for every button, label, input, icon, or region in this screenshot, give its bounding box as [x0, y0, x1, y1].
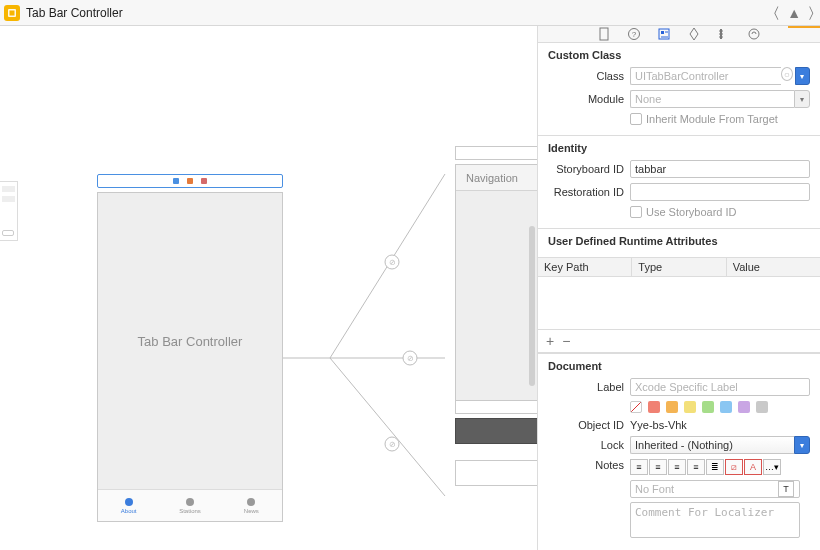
orange-accent-bar [788, 26, 820, 28]
swatch-purple[interactable] [738, 401, 750, 413]
tab-item-news[interactable]: News [221, 490, 282, 521]
custom-class-section: Custom Class Class ○ ▾ Module ▾ Inherit … [538, 43, 820, 136]
section-heading: Identity [548, 142, 810, 154]
object-id-value: Yye-bs-Vhk [630, 419, 687, 431]
module-dropdown-icon[interactable]: ▾ [794, 90, 810, 108]
lock-dropdown-icon[interactable]: ▾ [794, 436, 810, 454]
swatch-gray[interactable] [756, 401, 768, 413]
scene-title: Tab Bar Controller [98, 193, 282, 489]
doc-label-label: Label [548, 381, 624, 393]
udr-body[interactable] [538, 277, 820, 329]
module-label: Module [548, 93, 624, 105]
restoration-id-label: Restoration ID [548, 186, 624, 198]
use-storyboard-id-checkbox[interactable] [630, 206, 642, 218]
scene-dock[interactable] [455, 146, 538, 160]
tab-item-stations[interactable]: Stations [159, 490, 220, 521]
align-right-button[interactable]: ≡ [668, 459, 686, 475]
class-dropdown-icon[interactable]: ▾ [795, 67, 810, 85]
label-color-swatches [548, 401, 810, 413]
swatch-red[interactable] [648, 401, 660, 413]
svg-rect-1 [10, 10, 15, 15]
notes-format-bar: ≡ ≡ ≡ ≡ ≣ ⧄ A …▾ [630, 459, 810, 475]
svg-point-19 [749, 29, 759, 39]
first-responder-icon[interactable] [173, 178, 179, 184]
class-label: Class [548, 70, 624, 82]
class-field[interactable] [630, 67, 781, 85]
inspector-panel: ? Custom Class Class ○ ▾ Module ▾ [538, 26, 820, 550]
section-heading: User Defined Runtime Attributes [538, 229, 820, 251]
localizer-comment-field[interactable] [630, 502, 800, 538]
swatch-green[interactable] [702, 401, 714, 413]
svg-text:⊘: ⊘ [389, 440, 396, 449]
section-heading: Custom Class [548, 49, 810, 61]
svg-text:⊘: ⊘ [407, 354, 414, 363]
connections-inspector-tab[interactable] [746, 26, 762, 42]
scene-dock[interactable] [97, 174, 283, 188]
swatch-yellow[interactable] [684, 401, 696, 413]
nav-back-icon[interactable]: 〈 [772, 4, 781, 21]
navigation-bar: Navigation [456, 165, 538, 191]
document-section: Document Label Object ID Yye-bs-Vhk Lo [538, 354, 820, 550]
udr-col-value[interactable]: Value [727, 258, 820, 276]
canvas-scrollbar[interactable] [529, 226, 535, 386]
inspector-tab-bar: ? [538, 26, 820, 43]
inherit-module-checkbox[interactable] [630, 113, 642, 125]
help-inspector-tab[interactable]: ? [626, 26, 642, 42]
svg-rect-8 [600, 28, 608, 40]
notes-font-field[interactable] [630, 480, 800, 498]
scene-partial-bottom[interactable] [455, 400, 538, 550]
more-button[interactable]: …▾ [763, 459, 781, 475]
font-picker-icon[interactable]: T [778, 481, 794, 497]
use-storyboard-id-label: Use Storyboard ID [646, 206, 736, 218]
swatch-blue[interactable] [720, 401, 732, 413]
storyboard-id-field[interactable] [630, 160, 810, 178]
identity-section: Identity Storyboard ID Restoration ID Us… [538, 136, 820, 229]
inherit-module-label: Inherit Module From Target [646, 113, 778, 125]
offscreen-scene-left [0, 181, 18, 241]
list-button[interactable]: ≣ [706, 459, 724, 475]
tab-item-about[interactable]: About [98, 490, 159, 521]
udr-section: User Defined Runtime Attributes Key Path… [538, 229, 820, 354]
align-justify-button[interactable]: ≡ [687, 459, 705, 475]
module-field[interactable] [630, 90, 794, 108]
identity-inspector-tab[interactable] [656, 26, 672, 42]
swatch-none[interactable] [630, 401, 642, 413]
align-left-button[interactable]: ≡ [630, 459, 648, 475]
udr-col-type[interactable]: Type [632, 258, 726, 276]
jump-bar: Tab Bar Controller 〈 ▲ 〉 [0, 0, 820, 26]
nav-forward-icon[interactable]: 〉 [807, 4, 816, 21]
class-jump-icon[interactable]: ○ [781, 67, 793, 81]
udr-col-keypath[interactable]: Key Path [538, 258, 632, 276]
navigation-controller-scene[interactable]: Navigation [455, 146, 538, 406]
udr-remove-button[interactable]: − [562, 333, 570, 349]
svg-text:?: ? [632, 30, 637, 39]
jump-bar-title[interactable]: Tab Bar Controller [26, 6, 772, 20]
svg-rect-12 [661, 31, 664, 34]
svg-point-6 [385, 437, 399, 451]
svg-point-2 [385, 255, 399, 269]
udr-add-button[interactable]: + [546, 333, 554, 349]
file-inspector-tab[interactable] [596, 26, 612, 42]
attributes-inspector-tab[interactable] [686, 26, 702, 42]
restoration-id-field[interactable] [630, 183, 810, 201]
svg-point-4 [403, 351, 417, 365]
lock-label: Lock [548, 439, 624, 451]
lock-select[interactable] [630, 436, 794, 454]
swatch-orange[interactable] [666, 401, 678, 413]
remove-format-button[interactable]: ⧄ [725, 459, 743, 475]
tab-bar: About Stations News [98, 489, 282, 521]
align-center-button[interactable]: ≡ [649, 459, 667, 475]
warning-icon[interactable]: ▲ [785, 5, 803, 21]
doc-label-field[interactable] [630, 378, 810, 396]
section-heading: Document [548, 360, 810, 372]
exit-icon[interactable] [187, 178, 193, 184]
size-inspector-tab[interactable] [716, 26, 732, 42]
ib-canvas[interactable]: Tab Bar Controller About Stations News N… [0, 26, 538, 550]
text-style-button[interactable]: A [744, 459, 762, 475]
notes-label: Notes [548, 459, 624, 471]
object-id-label: Object ID [548, 419, 624, 431]
storyboard-id-label: Storyboard ID [548, 163, 624, 175]
svg-text:⊘: ⊘ [389, 258, 396, 267]
tab-bar-controller-scene[interactable]: Tab Bar Controller About Stations News [97, 192, 283, 522]
storyboard-reference-icon[interactable] [201, 178, 207, 184]
